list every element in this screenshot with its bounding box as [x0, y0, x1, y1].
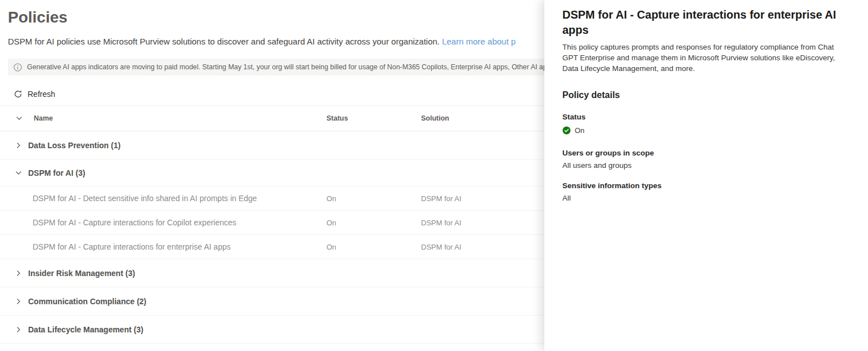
chevron-right-icon[interactable]	[15, 298, 22, 305]
policy-status: On	[326, 243, 336, 251]
main-content: Policies DSPM for AI policies use Micros…	[0, 0, 544, 351]
policy-details-panel: DSPM for AI - Capture interactions for e…	[544, 0, 868, 351]
column-header-solution[interactable]: Solution	[421, 114, 449, 122]
learn-more-link[interactable]: Learn more about p	[442, 37, 516, 46]
page-description-text: DSPM for AI policies use Microsoft Purvi…	[8, 37, 442, 46]
group-row-communication-compliance[interactable]: Communication Compliance (2)	[0, 287, 544, 316]
policy-solution: DSPM for AI	[421, 243, 462, 251]
policy-name: DSPM for AI - Capture interactions for e…	[33, 242, 231, 251]
chevron-right-icon[interactable]	[15, 326, 22, 333]
chevron-down-icon[interactable]	[15, 170, 22, 176]
policy-row-capture-enterprise-ai[interactable]: DSPM for AI - Capture interactions for e…	[0, 235, 544, 259]
refresh-icon	[14, 90, 23, 99]
info-icon	[14, 63, 22, 72]
policy-details-heading: Policy details	[562, 90, 848, 100]
group-label: Data Loss Prevention (1)	[28, 141, 120, 150]
panel-title: DSPM for AI - Capture interactions for e…	[562, 7, 848, 38]
group-label: DSPM for AI (3)	[28, 168, 85, 177]
group-label: Data Lifecycle Management (3)	[28, 325, 144, 334]
group-row-data-loss-prevention[interactable]: Data Loss Prevention (1)	[0, 131, 544, 160]
sensitive-types-label: Sensitive information types	[562, 181, 848, 190]
group-label: Insider Risk Management (3)	[28, 269, 135, 278]
group-row-dspm-for-ai[interactable]: DSPM for AI (3)	[0, 160, 544, 186]
group-row-insider-risk-management[interactable]: Insider Risk Management (3)	[0, 259, 544, 287]
column-header-status[interactable]: Status	[326, 114, 348, 122]
info-banner: Generative AI apps indicators are moving…	[8, 59, 544, 75]
policy-name: DSPM for AI - Capture interactions for C…	[33, 218, 236, 227]
chevron-right-icon[interactable]	[15, 142, 22, 149]
status-row: On	[562, 126, 848, 135]
check-circle-icon	[562, 126, 571, 135]
policy-solution: DSPM for AI	[421, 219, 462, 227]
policies-page: Policies DSPM for AI policies use Micros…	[0, 0, 868, 351]
chevron-right-icon[interactable]	[15, 270, 22, 277]
policy-name: DSPM for AI - Detect sensitive info shar…	[33, 194, 257, 203]
page-title: Policies	[8, 8, 544, 26]
status-value: On	[575, 126, 584, 135]
panel-description: This policy captures prompts and respons…	[562, 42, 848, 74]
column-header-name[interactable]: Name	[34, 114, 53, 122]
chevron-down-icon[interactable]	[16, 115, 23, 122]
page-description: DSPM for AI policies use Microsoft Purvi…	[8, 37, 544, 46]
policy-solution: DSPM for AI	[421, 194, 462, 203]
refresh-button[interactable]: Refresh	[14, 90, 55, 99]
policy-row-capture-copilot[interactable]: DSPM for AI - Capture interactions for C…	[0, 211, 544, 235]
group-label: Communication Compliance (2)	[28, 297, 146, 306]
refresh-label: Refresh	[28, 90, 55, 99]
banner-text: Generative AI apps indicators are moving…	[27, 63, 544, 71]
users-scope-label: Users or groups in scope	[562, 149, 848, 157]
policy-row-detect-sensitive-info[interactable]: DSPM for AI - Detect sensitive info shar…	[0, 186, 544, 211]
group-row-data-lifecycle-management[interactable]: Data Lifecycle Management (3)	[0, 316, 544, 344]
policy-status: On	[326, 194, 336, 203]
toolbar: Refresh	[0, 83, 544, 105]
policy-status: On	[326, 219, 336, 227]
sensitive-types-value: All	[562, 194, 848, 202]
table-header: Name Status Solution	[0, 106, 544, 131]
users-scope-value: All users and groups	[562, 161, 848, 170]
status-label: Status	[562, 113, 848, 121]
